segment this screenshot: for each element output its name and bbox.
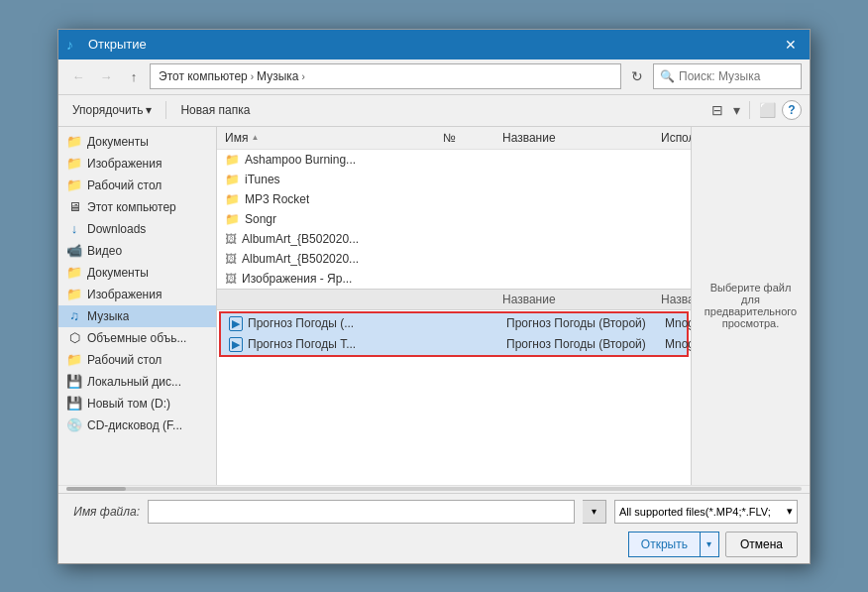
hscroll-bar[interactable] xyxy=(58,485,810,493)
col-name[interactable]: Имя ▲ xyxy=(225,131,443,145)
drive-icon: 💾 xyxy=(66,396,82,412)
3d-icon: ⬡ xyxy=(66,330,82,346)
open-dropdown-btn[interactable]: ▾ xyxy=(700,532,719,557)
col-number[interactable]: № xyxy=(443,131,502,145)
music-icon: ♫ xyxy=(66,308,82,324)
organize-button[interactable]: Упорядочить ▾ xyxy=(66,101,158,119)
file-row[interactable]: 🖼 Изображения - Яр... xyxy=(217,269,691,289)
up-button[interactable]: ↑ xyxy=(122,64,146,88)
file-row-selected-1[interactable]: ▶ Прогноз Погоды (... Прогноз Погоды (Вт… xyxy=(221,313,687,334)
sidebar-label: Локальный дис... xyxy=(87,375,181,389)
breadcrumb-part1: Этот компьютер xyxy=(159,69,248,83)
forward-button[interactable]: → xyxy=(94,64,118,88)
sidebar-item-desktop2[interactable]: 📁 Рабочий стол xyxy=(58,349,216,371)
sidebar-item-desktop1[interactable]: 📁 Рабочий стол xyxy=(58,175,216,196)
media-icon: ▶ xyxy=(229,316,243,331)
view-pane-button[interactable]: ⬜ xyxy=(755,100,780,120)
selected-files-group: ▶ Прогноз Погоды (... Прогноз Погоды (Вт… xyxy=(219,311,689,357)
file-row[interactable]: 🖼 AlbumArt_{B502020... xyxy=(217,229,691,249)
file-row-selected-2[interactable]: ▶ Прогноз Погоды Т... Прогноз Погоды (Вт… xyxy=(221,334,687,355)
sidebar-item-docs2[interactable]: 📁 Документы xyxy=(58,262,216,284)
folder-icon: 📁 xyxy=(225,153,240,167)
action-separator xyxy=(165,101,166,119)
sidebar-label: Рабочий стол xyxy=(87,178,162,192)
nav-toolbar: ← → ↑ Этот компьютер › Музыка › ↻ 🔍 xyxy=(58,59,810,95)
sidebar-label: Музыка xyxy=(87,309,129,323)
sidebar-item-downloads[interactable]: ↓ Downloads xyxy=(58,218,216,240)
open-btn-group: Открыть ▾ xyxy=(628,532,719,557)
view-toggle-button[interactable]: ▾ xyxy=(729,100,744,120)
sidebar-item-images1[interactable]: 📁 Изображения xyxy=(58,153,216,175)
refresh-button[interactable]: ↻ xyxy=(625,64,649,88)
file-name-cell: ▶ Прогноз Погоды Т... xyxy=(229,337,447,352)
open-dialog: ♪ Открытие ✕ ← → ↑ Этот компьютер › Музы… xyxy=(57,29,811,564)
file-name-cell: ▶ Прогноз Погоды (... xyxy=(229,316,447,331)
image-icon: 🖼 xyxy=(225,232,237,246)
sidebar-item-video[interactable]: 📹 Видео xyxy=(58,240,216,262)
folder-icon: 📁 xyxy=(66,178,82,193)
sidebar-label: Документы xyxy=(87,135,149,149)
sidebar-item-cdrom[interactable]: 💿 CD-дисковод (F... xyxy=(58,414,216,436)
buttons-row: Открыть ▾ Отмена xyxy=(70,532,798,557)
sidebar-item-drive-c[interactable]: 💾 Локальный дис... xyxy=(58,371,216,393)
sidebar-item-computer[interactable]: 🖥 Этот компьютер xyxy=(58,196,216,218)
filename-row: Имя файла: ▾ All supported files(*.MP4;*… xyxy=(70,500,798,524)
filename-label: Имя файла: xyxy=(70,505,140,519)
file-row[interactable]: 📁 Songr xyxy=(217,209,691,229)
sidebar: 📁 Документы 📁 Изображения 📁 Рабочий стол… xyxy=(58,127,217,485)
file-row[interactable]: 📁 iTunes xyxy=(217,170,691,189)
sidebar-item-music[interactable]: ♫ Музыка xyxy=(58,305,216,327)
breadcrumb-sep1: › xyxy=(251,71,254,82)
breadcrumb-part2: Музыка xyxy=(257,69,298,83)
file-name-cell: 📁 Ashampoo Burning... xyxy=(225,153,443,167)
sidebar-item-3d[interactable]: ⬡ Объемные объь... xyxy=(58,327,216,349)
breadcrumb[interactable]: Этот компьютер › Музыка › xyxy=(150,63,621,89)
col-title[interactable]: Название xyxy=(502,131,661,145)
sidebar-label: Изображения xyxy=(87,288,162,301)
filetype-label: All supported files(*.MP4;*.FLV; xyxy=(619,506,771,518)
file-name-cell: 🖼 AlbumArt_{B502020... xyxy=(225,232,443,246)
folder-icon: 📁 xyxy=(66,134,82,150)
folder-icon: 📁 xyxy=(225,173,240,186)
sidebar-item-drive-d[interactable]: 💾 Новый том (D:) xyxy=(58,393,216,414)
file-list: Имя ▲ № Название Исполнители Альбом xyxy=(217,127,691,485)
action-bar: Упорядочить ▾ Новая папка ⊟ ▾ ⬜ ? xyxy=(58,95,810,127)
file-area: Имя ▲ № Название Исполнители Альбом xyxy=(217,127,810,485)
sidebar-item-images2[interactable]: 📁 Изображения xyxy=(58,284,216,305)
back-button[interactable]: ← xyxy=(66,64,90,88)
search-box: 🔍 xyxy=(653,63,802,89)
organize-chevron-icon: ▾ xyxy=(146,103,152,117)
sidebar-label: Новый том (D:) xyxy=(87,397,170,411)
media-icon: ▶ xyxy=(229,337,243,352)
file-row[interactable]: 📁 MP3 Rocket xyxy=(217,189,691,209)
file-row[interactable]: 📁 Ashampoo Burning... xyxy=(217,150,691,170)
new-folder-button[interactable]: Новая папка xyxy=(174,101,256,119)
filetype-select[interactable]: All supported files(*.MP4;*.FLV; ▾ xyxy=(614,500,798,524)
help-button[interactable]: ? xyxy=(782,100,802,120)
sidebar-label: Видео xyxy=(87,244,122,258)
view-details-button[interactable]: ⊟ xyxy=(707,100,727,120)
mid-header: Название Название Альбом xyxy=(217,289,691,310)
search-input[interactable] xyxy=(679,69,827,83)
open-button[interactable]: Открыть xyxy=(628,532,700,557)
sidebar-label: Объемные объь... xyxy=(87,331,186,345)
file-row[interactable]: 🖼 AlbumArt_{B502020... xyxy=(217,249,691,269)
close-button[interactable]: ✕ xyxy=(780,34,802,56)
sidebar-label: Downloads xyxy=(87,222,146,236)
filename-input[interactable] xyxy=(148,500,575,524)
sidebar-item-docs1[interactable]: 📁 Документы xyxy=(58,131,216,153)
cancel-button[interactable]: Отмена xyxy=(725,532,798,557)
sidebar-label: Рабочий стол xyxy=(87,353,162,367)
drive-icon: 💾 xyxy=(66,374,82,390)
new-folder-label: Новая папка xyxy=(180,103,250,117)
folder-icon: 📁 xyxy=(66,156,82,172)
preview-panel: Выберите файл для предварительного просм… xyxy=(691,127,810,485)
folder-icon: 📁 xyxy=(225,212,240,226)
col-artist[interactable]: Исполнители xyxy=(661,131,691,145)
view-sep xyxy=(749,101,750,119)
filetype-chevron-icon: ▾ xyxy=(787,505,793,518)
folder-icon: 📁 xyxy=(66,287,82,302)
sidebar-label: Документы xyxy=(87,266,149,280)
filename-dropdown-btn[interactable]: ▾ xyxy=(583,500,606,524)
computer-icon: 🖥 xyxy=(66,199,82,215)
